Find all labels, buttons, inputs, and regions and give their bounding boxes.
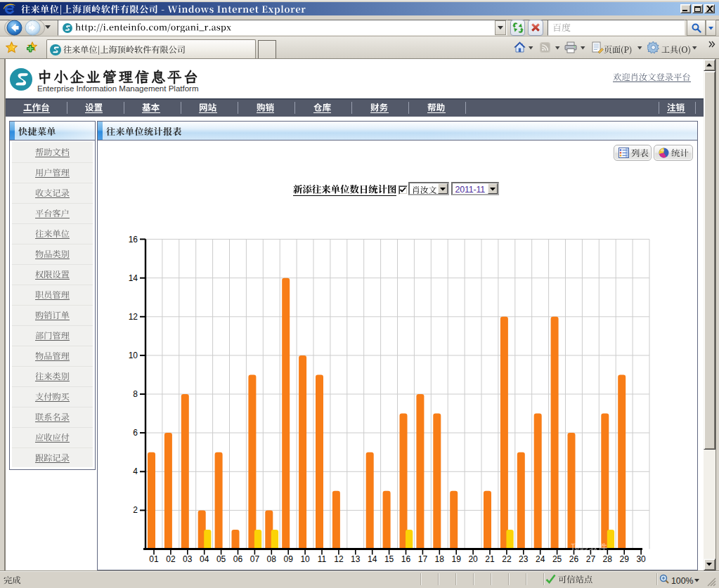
svg-text:08: 08 (267, 554, 277, 564)
svg-text:23: 23 (519, 554, 529, 564)
svg-text:07: 07 (250, 554, 260, 564)
svg-text:22: 22 (502, 554, 512, 564)
svg-text:06: 06 (233, 554, 243, 564)
svg-text:05: 05 (216, 554, 226, 564)
svg-text:04: 04 (200, 554, 209, 564)
svg-text:19: 19 (452, 554, 462, 564)
svg-text:27: 27 (586, 554, 596, 564)
svg-text:26: 26 (569, 554, 579, 564)
svg-text:16: 16 (129, 235, 138, 244)
svg-text:01: 01 (149, 554, 159, 564)
svg-text:2: 2 (133, 505, 138, 515)
svg-text:09: 09 (284, 554, 294, 564)
svg-text:25: 25 (552, 554, 562, 564)
svg-text:11: 11 (318, 554, 327, 564)
svg-text:14: 14 (129, 273, 138, 283)
svg-text:28: 28 (603, 554, 613, 564)
svg-text:6: 6 (133, 428, 138, 438)
svg-text:24: 24 (536, 554, 545, 564)
svg-text:12: 12 (129, 312, 138, 322)
svg-text:12: 12 (334, 554, 344, 564)
svg-text:15: 15 (384, 554, 394, 564)
svg-text:21: 21 (485, 554, 495, 564)
svg-text:20: 20 (468, 554, 478, 564)
svg-text:16: 16 (401, 554, 411, 564)
svg-text:8: 8 (133, 389, 138, 399)
svg-text:17: 17 (418, 554, 428, 564)
svg-text:10: 10 (129, 351, 138, 360)
svg-text:03: 03 (183, 554, 193, 564)
svg-text:10: 10 (300, 554, 310, 564)
svg-text:4: 4 (133, 466, 138, 476)
svg-text:02: 02 (166, 554, 176, 564)
svg-text:30: 30 (636, 554, 646, 564)
svg-text:13: 13 (351, 554, 361, 564)
svg-text:14: 14 (368, 554, 377, 564)
svg-text:18: 18 (435, 554, 445, 564)
svg-text:29: 29 (620, 554, 630, 564)
